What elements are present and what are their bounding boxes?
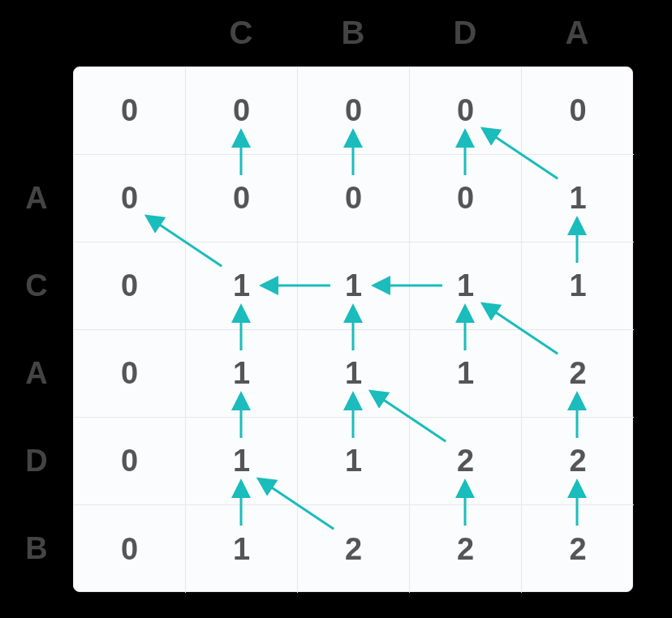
col-header-label: D bbox=[454, 15, 477, 51]
dp-cell: 0 bbox=[186, 155, 298, 242]
dp-cell: 1 bbox=[410, 242, 522, 330]
dp-cell-value: 0 bbox=[233, 93, 250, 128]
row-header-4: D bbox=[0, 417, 73, 504]
row-header-label: A bbox=[25, 181, 47, 216]
dp-cell: 1 bbox=[298, 418, 410, 505]
dp-cell: 1 bbox=[186, 330, 298, 418]
dp-cell-value: 0 bbox=[121, 444, 138, 479]
row-header-label: B bbox=[25, 531, 47, 566]
dp-cell: 0 bbox=[410, 155, 522, 242]
dp-cell: 2 bbox=[410, 418, 522, 505]
dp-table: 000000000101111011120112201222 bbox=[73, 67, 633, 592]
dp-cell: 2 bbox=[298, 505, 410, 593]
dp-cell: 1 bbox=[186, 242, 298, 330]
dp-cell: 2 bbox=[522, 330, 634, 418]
dp-cell-value: 0 bbox=[345, 181, 362, 216]
dp-cell-value: 0 bbox=[121, 356, 138, 391]
col-header-label: C bbox=[230, 15, 253, 51]
row-header-0 bbox=[0, 67, 73, 154]
dp-cell: 1 bbox=[522, 242, 634, 330]
dp-cell: 0 bbox=[186, 67, 298, 155]
dp-cell: 0 bbox=[410, 67, 522, 155]
dp-cell: 1 bbox=[298, 242, 410, 330]
col-header-label: A bbox=[566, 15, 589, 51]
dp-cell: 0 bbox=[74, 330, 186, 418]
row-header-3: A bbox=[0, 329, 73, 417]
dp-cell-value: 1 bbox=[457, 268, 474, 303]
dp-cell-value: 1 bbox=[569, 181, 586, 216]
col-header-3: D bbox=[409, 0, 521, 65]
dp-cell: 1 bbox=[186, 418, 298, 505]
dp-cell-value: 2 bbox=[569, 532, 586, 567]
dp-cell-value: 1 bbox=[233, 268, 250, 303]
col-header-2: B bbox=[297, 0, 409, 65]
dp-cell-value: 0 bbox=[457, 181, 474, 216]
dp-cell-value: 1 bbox=[233, 532, 250, 567]
dp-cell-value: 2 bbox=[457, 444, 474, 479]
dp-cell-value: 2 bbox=[457, 532, 474, 567]
dp-cell-value: 0 bbox=[345, 93, 362, 128]
dp-cell-value: 0 bbox=[121, 181, 138, 216]
dp-cell: 0 bbox=[74, 418, 186, 505]
dp-cell-value: 0 bbox=[121, 268, 138, 303]
dp-cell-value: 1 bbox=[233, 356, 250, 391]
dp-cell: 1 bbox=[410, 330, 522, 418]
dp-cell-value: 1 bbox=[345, 268, 362, 303]
row-header-2: C bbox=[0, 242, 73, 329]
dp-cell-value: 1 bbox=[569, 268, 586, 303]
row-header-label: D bbox=[25, 444, 47, 479]
dp-cell: 0 bbox=[522, 67, 634, 155]
dp-cell: 2 bbox=[410, 505, 522, 593]
col-header-4: A bbox=[521, 0, 633, 65]
row-header-label: A bbox=[25, 356, 47, 391]
dp-cell: 0 bbox=[74, 67, 186, 155]
dp-cell-value: 0 bbox=[457, 93, 474, 128]
dp-cell: 1 bbox=[186, 505, 298, 593]
row-header-1: A bbox=[0, 154, 73, 242]
row-header-5: B bbox=[0, 504, 73, 592]
dp-cell-value: 1 bbox=[233, 444, 250, 479]
dp-cell: 0 bbox=[298, 155, 410, 242]
dp-cell-value: 1 bbox=[345, 444, 362, 479]
dp-cell: 1 bbox=[298, 330, 410, 418]
dp-cell-value: 0 bbox=[121, 93, 138, 128]
col-header-1: C bbox=[185, 0, 297, 65]
row-header-label: C bbox=[25, 268, 47, 303]
dp-cell: 0 bbox=[74, 505, 186, 593]
dp-cell: 0 bbox=[298, 67, 410, 155]
dp-cell-value: 0 bbox=[233, 181, 250, 216]
dp-cell-value: 0 bbox=[121, 532, 138, 567]
dp-cell-value: 1 bbox=[457, 356, 474, 391]
dp-cell-value: 0 bbox=[569, 93, 586, 128]
dp-cell: 1 bbox=[522, 155, 634, 242]
dp-cell: 0 bbox=[74, 242, 186, 330]
diagram-stage: C B D A A C A D B 0000000001011110111201… bbox=[0, 0, 672, 618]
dp-cell-value: 2 bbox=[569, 444, 586, 479]
dp-cell: 2 bbox=[522, 418, 634, 505]
dp-cell-value: 2 bbox=[345, 532, 362, 567]
dp-cell: 0 bbox=[74, 155, 186, 242]
col-header-label: B bbox=[342, 15, 365, 51]
dp-cell-value: 2 bbox=[569, 356, 586, 391]
col-header-0 bbox=[73, 0, 185, 65]
dp-cell: 2 bbox=[522, 505, 634, 593]
dp-cell-value: 1 bbox=[345, 356, 362, 391]
